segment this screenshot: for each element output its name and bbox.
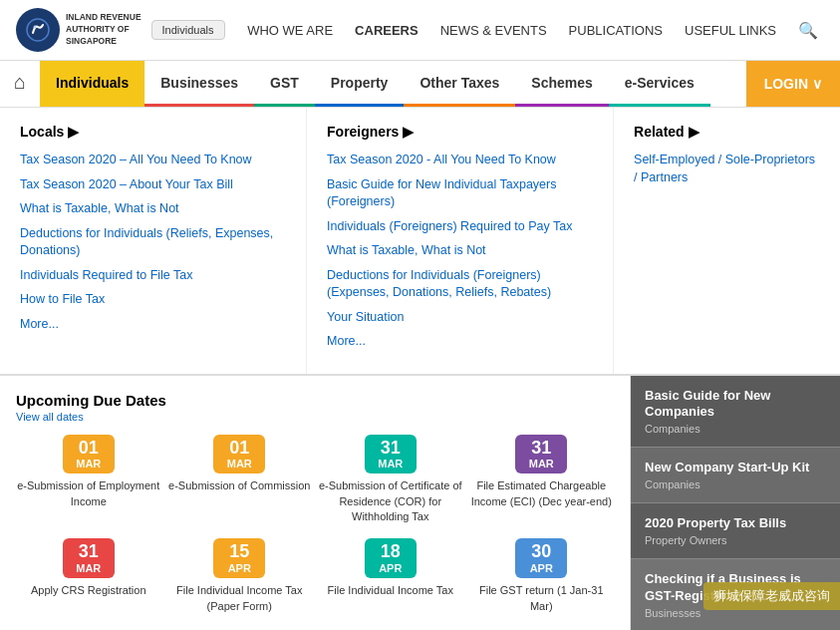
dropdown-locals: Locals ▶ Tax Season 2020 – All You Need … <box>0 108 307 374</box>
useful-links-link[interactable]: USEFUL LINKS <box>685 23 776 38</box>
right-panel-item-1[interactable]: New Company Start-Up Kit Companies <box>631 448 840 503</box>
home-icon: ⌂ <box>14 71 26 93</box>
foreigner-link-more[interactable]: More... <box>327 333 593 351</box>
local-link-5[interactable]: How to File Tax <box>20 291 286 309</box>
locals-title: Locals ▶ <box>20 124 286 140</box>
due-dates-panel: Upcoming Due Dates View all dates 01 MAR… <box>0 376 631 631</box>
dropdown-foreigners: Foreigners ▶ Tax Season 2020 - All You N… <box>307 108 614 374</box>
foreigners-title: Foreigners ▶ <box>327 124 593 140</box>
month-4: MAR <box>73 562 105 574</box>
right-item-title-0: Basic Guide for New Companies <box>645 388 826 422</box>
foreigner-link-0[interactable]: Tax Season 2020 - All You Need To Know <box>327 152 593 169</box>
home-button[interactable]: ⌂ <box>0 61 40 107</box>
month-7: APR <box>525 562 557 574</box>
day-5: 15 <box>223 542 255 562</box>
day-7: 30 <box>525 542 557 562</box>
day-6: 18 <box>375 542 407 562</box>
due-dates-title: Upcoming Due Dates <box>16 392 614 409</box>
date-item-7: 30 APR File GST return (1 Jan-31 Mar) <box>469 538 615 614</box>
who-we-are-link[interactable]: WHO WE ARE <box>247 23 333 38</box>
logo-icon <box>25 17 51 43</box>
date-item-5: 15 APR File Individual Income Tax (Paper… <box>167 538 313 614</box>
day-4: 31 <box>73 542 105 562</box>
date-badge-3: 31 MAR <box>515 435 567 474</box>
local-link-1[interactable]: Tax Season 2020 – About Your Tax Bill <box>20 176 286 194</box>
local-link-more[interactable]: More... <box>20 316 286 334</box>
desc-5: File Individual Income Tax (Paper Form) <box>167 583 313 614</box>
date-item-6: 18 APR File Individual Income Tax <box>318 538 463 614</box>
login-button[interactable]: LOGIN ∨ <box>746 61 840 107</box>
svg-point-1 <box>34 26 37 29</box>
logo-area: INLAND REVENUE AUTHORITY OF SINGAPORE In… <box>16 8 225 52</box>
logo-circle <box>16 8 60 52</box>
view-all-dates-link[interactable]: View all dates <box>16 411 614 423</box>
dropdown-related: Related ▶ Self-Employed / Sole-Proprieto… <box>614 108 840 374</box>
foreigner-link-4[interactable]: Deductions for Individuals (Foreigners) … <box>327 267 593 302</box>
foreigner-link-5[interactable]: Your Situation <box>327 309 593 327</box>
local-link-3[interactable]: Deductions for Individuals (Reliefs, Exp… <box>20 225 286 260</box>
watermark: 狮城保障老威成咨询 <box>703 582 840 610</box>
right-item-sub-0: Companies <box>645 423 826 435</box>
date-item-1: 01 MAR e-Submission of Commission <box>167 435 313 525</box>
foreigner-link-3[interactable]: What is Taxable, What is Not <box>327 242 593 260</box>
local-link-4[interactable]: Individuals Required to File Tax <box>20 267 286 285</box>
desc-0: e-Submission of Employment Income <box>16 478 161 509</box>
nav-individuals[interactable]: Individuals <box>40 61 144 107</box>
right-item-title-2: 2020 Property Tax Bills <box>645 515 826 532</box>
nav-businesses[interactable]: Businesses <box>144 61 254 107</box>
desc-4: Apply CRS Registration <box>31 583 146 598</box>
month-1: MAR <box>223 458 255 470</box>
foreigner-link-1[interactable]: Basic Guide for New Individual Taxpayers… <box>327 176 593 211</box>
nav-gst[interactable]: GST <box>254 61 315 107</box>
desc-2: e-Submission of Certificate of Residence… <box>318 478 463 524</box>
right-item-title-1: New Company Start-Up Kit <box>645 460 826 476</box>
day-0: 01 <box>73 439 105 459</box>
date-item-4: 31 MAR Apply CRS Registration <box>16 538 161 614</box>
date-badge-1: 01 MAR <box>213 435 265 474</box>
desc-1: e-Submission of Commission <box>168 478 310 493</box>
date-badge-2: 31 MAR <box>365 435 417 474</box>
month-5: APR <box>223 562 255 574</box>
date-item-2: 31 MAR e-Submission of Certificate of Re… <box>318 435 463 525</box>
day-1: 01 <box>223 439 255 459</box>
related-link-0[interactable]: Self-Employed / Sole-Proprietors / Partn… <box>634 152 820 186</box>
nav-other-taxes[interactable]: Other Taxes <box>404 61 515 107</box>
date-badge-7: 30 APR <box>515 538 567 578</box>
breadcrumb-pill[interactable]: Individuals <box>151 20 225 40</box>
right-panel-item-2[interactable]: 2020 Property Tax Bills Property Owners <box>631 503 840 559</box>
svg-point-0 <box>27 19 49 41</box>
related-title: Related ▶ <box>634 124 820 140</box>
nav-property[interactable]: Property <box>315 61 405 107</box>
date-badge-5: 15 APR <box>213 538 265 578</box>
careers-link[interactable]: CAREERS <box>355 23 419 38</box>
local-link-2[interactable]: What is Taxable, What is Not <box>20 200 286 218</box>
search-icon[interactable]: 🔍 <box>798 21 818 40</box>
date-badge-6: 18 APR <box>365 538 417 578</box>
news-events-link[interactable]: NEWS & EVENTS <box>440 23 547 38</box>
right-item-sub-1: Companies <box>645 478 826 490</box>
nav-eservices[interactable]: e-Services <box>609 61 710 107</box>
foreigner-link-2[interactable]: Individuals (Foreigners) Required to Pay… <box>327 218 593 236</box>
date-badge-0: 01 MAR <box>63 435 115 474</box>
right-panel-item-0[interactable]: Basic Guide for New Companies Companies <box>631 376 840 449</box>
login-arrow: ∨ <box>812 76 822 92</box>
day-3: 31 <box>525 439 557 459</box>
month-3: MAR <box>525 458 557 470</box>
desc-7: File GST return (1 Jan-31 Mar) <box>469 583 615 614</box>
desc-6: File Individual Income Tax <box>328 583 453 598</box>
top-nav: WHO WE ARE CAREERS NEWS & EVENTS PUBLICA… <box>225 21 824 40</box>
main-nav: ⌂ Individuals Businesses GST Property Ot… <box>0 61 840 108</box>
dates-grid: 01 MAR e-Submission of Employment Income… <box>16 435 614 615</box>
month-0: MAR <box>73 458 105 470</box>
date-item-3: 31 MAR File Estimated Chargeable Income … <box>469 435 615 525</box>
local-link-0[interactable]: Tax Season 2020 – All You Need To Know <box>20 152 286 169</box>
day-2: 31 <box>375 439 407 459</box>
header: INLAND REVENUE AUTHORITY OF SINGAPORE In… <box>0 0 840 61</box>
publications-link[interactable]: PUBLICATIONS <box>569 23 663 38</box>
date-item-0: 01 MAR e-Submission of Employment Income <box>16 435 161 525</box>
desc-3: File Estimated Chargeable Income (ECI) (… <box>469 478 615 509</box>
right-item-sub-2: Property Owners <box>645 534 826 546</box>
nav-schemes[interactable]: Schemes <box>515 61 608 107</box>
logo-text: INLAND REVENUE AUTHORITY OF SINGAPORE <box>66 12 141 48</box>
month-6: APR <box>375 562 407 574</box>
